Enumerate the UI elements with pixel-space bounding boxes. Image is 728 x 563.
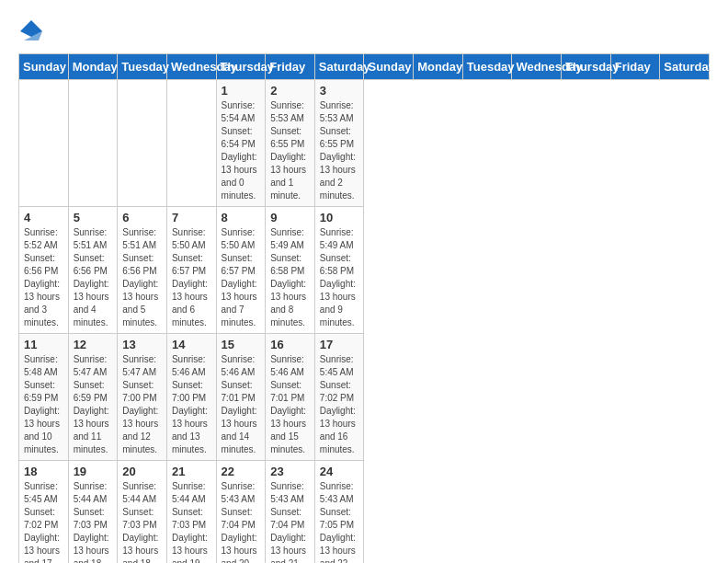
header-wednesday: Wednesday bbox=[166, 54, 216, 80]
day-info: Sunrise: 5:44 AM Sunset: 7:03 PM Dayligh… bbox=[122, 480, 162, 563]
day-info: Sunrise: 5:49 AM Sunset: 6:58 PM Dayligh… bbox=[320, 226, 359, 329]
calendar-cell bbox=[166, 80, 216, 207]
header-thursday: Thursday bbox=[216, 54, 266, 80]
day-number: 11 bbox=[24, 338, 63, 351]
day-number: 23 bbox=[270, 465, 310, 478]
day-number: 7 bbox=[172, 211, 211, 224]
day-info: Sunrise: 5:51 AM Sunset: 6:56 PM Dayligh… bbox=[74, 226, 113, 329]
day-number: 9 bbox=[270, 211, 310, 224]
logo bbox=[18, 18, 48, 44]
day-info: Sunrise: 5:43 AM Sunset: 7:04 PM Dayligh… bbox=[270, 480, 310, 563]
calendar-cell: 4Sunrise: 5:52 AM Sunset: 6:56 PM Daylig… bbox=[19, 207, 69, 334]
day-info: Sunrise: 5:46 AM Sunset: 7:00 PM Dayligh… bbox=[172, 353, 211, 456]
day-info: Sunrise: 5:46 AM Sunset: 7:01 PM Dayligh… bbox=[270, 353, 310, 456]
calendar-week-2: 11Sunrise: 5:48 AM Sunset: 6:59 PM Dayli… bbox=[19, 334, 710, 461]
day-info: Sunrise: 5:50 AM Sunset: 6:57 PM Dayligh… bbox=[222, 226, 261, 329]
header-tuesday: Tuesday bbox=[118, 54, 167, 80]
calendar-cell: 16Sunrise: 5:46 AM Sunset: 7:01 PM Dayli… bbox=[266, 334, 315, 461]
day-info: Sunrise: 5:47 AM Sunset: 6:59 PM Dayligh… bbox=[74, 353, 113, 456]
day-number: 6 bbox=[122, 211, 162, 224]
day-number: 16 bbox=[270, 338, 310, 351]
day-info: Sunrise: 5:44 AM Sunset: 7:03 PM Dayligh… bbox=[74, 480, 113, 563]
day-number: 12 bbox=[74, 338, 113, 351]
calendar-cell: 11Sunrise: 5:48 AM Sunset: 6:59 PM Dayli… bbox=[19, 334, 69, 461]
day-number: 20 bbox=[122, 465, 162, 478]
header-sunday: Sunday bbox=[364, 54, 414, 80]
calendar-cell: 24Sunrise: 5:43 AM Sunset: 7:05 PM Dayli… bbox=[314, 461, 364, 564]
day-number: 4 bbox=[24, 211, 63, 224]
calendar-week-1: 4Sunrise: 5:52 AM Sunset: 6:56 PM Daylig… bbox=[19, 207, 710, 334]
calendar-week-3: 18Sunrise: 5:45 AM Sunset: 7:02 PM Dayli… bbox=[19, 461, 710, 564]
header-friday: Friday bbox=[266, 54, 315, 80]
day-number: 10 bbox=[320, 211, 359, 224]
day-number: 13 bbox=[122, 338, 162, 351]
header-wednesday: Wednesday bbox=[512, 54, 562, 80]
day-number: 18 bbox=[24, 465, 63, 478]
day-info: Sunrise: 5:51 AM Sunset: 6:56 PM Dayligh… bbox=[122, 226, 162, 329]
day-info: Sunrise: 5:54 AM Sunset: 6:54 PM Dayligh… bbox=[222, 99, 261, 202]
calendar-table: SundayMondayTuesdayWednesdayThursdayFrid… bbox=[18, 53, 710, 563]
calendar-cell: 8Sunrise: 5:50 AM Sunset: 6:57 PM Daylig… bbox=[216, 207, 266, 334]
calendar-cell: 9Sunrise: 5:49 AM Sunset: 6:58 PM Daylig… bbox=[266, 207, 315, 334]
calendar-cell: 14Sunrise: 5:46 AM Sunset: 7:00 PM Dayli… bbox=[166, 334, 216, 461]
header-friday: Friday bbox=[610, 54, 660, 80]
calendar-cell: 2Sunrise: 5:53 AM Sunset: 6:55 PM Daylig… bbox=[266, 80, 315, 207]
day-info: Sunrise: 5:45 AM Sunset: 7:02 PM Dayligh… bbox=[24, 480, 63, 563]
day-info: Sunrise: 5:47 AM Sunset: 7:00 PM Dayligh… bbox=[122, 353, 162, 456]
calendar-cell bbox=[118, 80, 167, 207]
calendar-cell: 3Sunrise: 5:53 AM Sunset: 6:55 PM Daylig… bbox=[314, 80, 364, 207]
day-info: Sunrise: 5:53 AM Sunset: 6:55 PM Dayligh… bbox=[320, 99, 359, 202]
header-saturday: Saturday bbox=[314, 54, 364, 80]
calendar-week-0: 1Sunrise: 5:54 AM Sunset: 6:54 PM Daylig… bbox=[19, 80, 710, 207]
day-info: Sunrise: 5:48 AM Sunset: 6:59 PM Dayligh… bbox=[24, 353, 63, 456]
header-tuesday: Tuesday bbox=[462, 54, 512, 80]
day-number: 22 bbox=[222, 465, 261, 478]
day-info: Sunrise: 5:53 AM Sunset: 6:55 PM Dayligh… bbox=[270, 99, 310, 202]
calendar-cell: 1Sunrise: 5:54 AM Sunset: 6:54 PM Daylig… bbox=[216, 80, 266, 207]
calendar-cell: 7Sunrise: 5:50 AM Sunset: 6:57 PM Daylig… bbox=[166, 207, 216, 334]
header-sunday: Sunday bbox=[19, 54, 69, 80]
day-number: 21 bbox=[172, 465, 211, 478]
calendar-cell: 22Sunrise: 5:43 AM Sunset: 7:04 PM Dayli… bbox=[216, 461, 266, 564]
calendar-cell: 10Sunrise: 5:49 AM Sunset: 6:58 PM Dayli… bbox=[314, 207, 364, 334]
day-number: 8 bbox=[222, 211, 261, 224]
page-header bbox=[18, 18, 710, 44]
day-info: Sunrise: 5:43 AM Sunset: 7:04 PM Dayligh… bbox=[222, 480, 261, 563]
day-info: Sunrise: 5:44 AM Sunset: 7:03 PM Dayligh… bbox=[172, 480, 211, 563]
calendar-cell: 5Sunrise: 5:51 AM Sunset: 6:56 PM Daylig… bbox=[68, 207, 118, 334]
day-number: 15 bbox=[222, 338, 261, 351]
calendar-cell bbox=[68, 80, 118, 207]
day-info: Sunrise: 5:43 AM Sunset: 7:05 PM Dayligh… bbox=[320, 480, 359, 563]
day-info: Sunrise: 5:52 AM Sunset: 6:56 PM Dayligh… bbox=[24, 226, 63, 329]
calendar-cell: 15Sunrise: 5:46 AM Sunset: 7:01 PM Dayli… bbox=[216, 334, 266, 461]
header-saturday: Saturday bbox=[660, 54, 710, 80]
header-monday: Monday bbox=[68, 54, 118, 80]
day-number: 1 bbox=[222, 84, 261, 98]
day-number: 24 bbox=[320, 465, 359, 478]
day-number: 17 bbox=[320, 338, 359, 351]
calendar-cell: 20Sunrise: 5:44 AM Sunset: 7:03 PM Dayli… bbox=[118, 461, 167, 564]
day-number: 5 bbox=[74, 211, 113, 224]
calendar-cell: 19Sunrise: 5:44 AM Sunset: 7:03 PM Dayli… bbox=[68, 461, 118, 564]
day-number: 19 bbox=[74, 465, 113, 478]
calendar-cell: 6Sunrise: 5:51 AM Sunset: 6:56 PM Daylig… bbox=[118, 207, 167, 334]
day-info: Sunrise: 5:50 AM Sunset: 6:57 PM Dayligh… bbox=[172, 226, 211, 329]
day-info: Sunrise: 5:45 AM Sunset: 7:02 PM Dayligh… bbox=[320, 353, 359, 456]
day-number: 3 bbox=[320, 84, 359, 98]
calendar-cell: 21Sunrise: 5:44 AM Sunset: 7:03 PM Dayli… bbox=[166, 461, 216, 564]
calendar-cell: 23Sunrise: 5:43 AM Sunset: 7:04 PM Dayli… bbox=[266, 461, 315, 564]
calendar-header-row: SundayMondayTuesdayWednesdayThursdayFrid… bbox=[19, 54, 710, 80]
calendar-cell: 12Sunrise: 5:47 AM Sunset: 6:59 PM Dayli… bbox=[68, 334, 118, 461]
day-number: 14 bbox=[172, 338, 211, 351]
day-info: Sunrise: 5:49 AM Sunset: 6:58 PM Dayligh… bbox=[270, 226, 310, 329]
calendar-cell bbox=[19, 80, 69, 207]
calendar-cell: 13Sunrise: 5:47 AM Sunset: 7:00 PM Dayli… bbox=[118, 334, 167, 461]
logo-icon bbox=[18, 18, 44, 44]
day-info: Sunrise: 5:46 AM Sunset: 7:01 PM Dayligh… bbox=[222, 353, 261, 456]
calendar-cell: 18Sunrise: 5:45 AM Sunset: 7:02 PM Dayli… bbox=[19, 461, 69, 564]
header-monday: Monday bbox=[414, 54, 463, 80]
calendar-cell: 17Sunrise: 5:45 AM Sunset: 7:02 PM Dayli… bbox=[314, 334, 364, 461]
header-thursday: Thursday bbox=[562, 54, 611, 80]
day-number: 2 bbox=[270, 84, 310, 98]
